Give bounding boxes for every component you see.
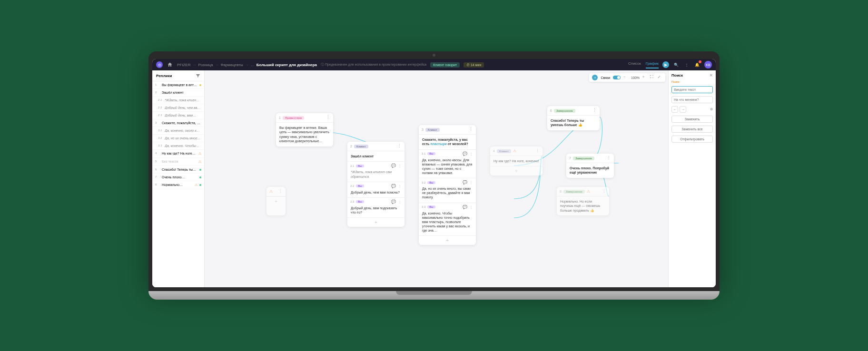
sidebar-item[interactable]: 2.3Добрый день, вам… — [152, 112, 204, 119]
node-8[interactable]: 8 Завершение ⚠ ⋮ Нормально. Но если поуч… — [557, 187, 609, 215]
prev-icon[interactable]: ← — [671, 106, 678, 113]
node-menu-icon[interactable]: ⋮ — [602, 189, 606, 194]
node-6[interactable]: 6 Завершение ⋮ Спасибо! Теперь ты умеешь… — [547, 106, 600, 130]
comment-icon[interactable]: 💬 — [391, 164, 396, 168]
app-logo[interactable]: ◎ — [156, 61, 163, 68]
comment-icon[interactable]: 💬 — [391, 200, 396, 204]
play-icon[interactable]: ▶ — [662, 61, 669, 68]
sidebar-item[interactable]: 1Вы фармацевт в аптеке… — [152, 81, 204, 89]
reply-number: 3.3 — [422, 205, 425, 208]
reply-menu-icon[interactable]: ⋮ — [398, 164, 402, 168]
search-label: Поиск — [671, 80, 713, 83]
filter-icon[interactable] — [196, 73, 200, 78]
add-reply-icon[interactable]: + — [266, 196, 286, 206]
sidebar-item[interactable]: 2Зашёл клиент — [152, 89, 204, 97]
node-ghost[interactable]: ⚠⋮ + — [266, 187, 286, 215]
crumb[interactable]: … — [251, 63, 255, 67]
node-4[interactable]: 4 Клиент ⚠ ⋮ Ну как где? На ноге, конечн… — [490, 146, 542, 176]
reply-menu-icon[interactable]: ⋮ — [398, 184, 402, 188]
fullscreen-icon[interactable]: ⤢ — [658, 75, 662, 80]
reply[interactable]: 3.3Вы💬⋮Да, конечно. Чтобы максимально то… — [419, 203, 476, 235]
comment-icon[interactable]: 💬 — [463, 180, 467, 185]
node-menu-icon[interactable]: ⋮ — [535, 149, 540, 153]
replace-input[interactable] — [671, 96, 713, 103]
zoom-out-icon[interactable]: − — [623, 75, 628, 80]
reply[interactable]: 2.3Вы💬⋮Добрый день, вам подсказать что-т… — [347, 197, 404, 217]
more-icon[interactable]: ⋮ — [683, 61, 690, 68]
panel-title: Поиск — [671, 73, 683, 78]
node-number: 7 — [569, 156, 571, 160]
sidebar-item[interactable]: 6Спасибо! Теперь ты… — [152, 166, 204, 174]
view-tabs: Список График — [628, 61, 659, 68]
add-reply-icon[interactable]: + — [347, 217, 404, 227]
replace-button[interactable]: Заменить — [671, 116, 713, 123]
bell-icon[interactable]: 🔔 — [694, 61, 700, 68]
sidebar-item[interactable]: 3.2Да, но их очень много, в… — [152, 135, 204, 142]
comment-icon[interactable]: 💬 — [391, 184, 396, 188]
node-menu-icon[interactable]: ⋮ — [326, 116, 330, 120]
sidebar-item[interactable]: 2.2Добрый день, чем вам… — [152, 104, 204, 112]
sidebar-item[interactable]: 3Скажите, пожалуйста, у вас… — [152, 119, 204, 127]
sidebar-item[interactable]: 2.1*Ждать, пока клиент сам… — [152, 97, 204, 104]
close-icon[interactable]: ✕ — [710, 73, 713, 78]
add-reply-icon[interactable]: + — [490, 166, 542, 176]
sidebar-item[interactable]: 3.1Да, конечно, около касс… — [152, 127, 204, 135]
reply-text: Добрый день, чем вам помочь? — [347, 190, 404, 197]
crumb[interactable]: Розница — [198, 63, 213, 67]
item-text: Добрый день, чем вам… — [165, 106, 201, 109]
sidebar-item[interactable]: 8Нормально…⚠ — [152, 181, 204, 189]
node-tag: Завершение — [563, 190, 585, 194]
tab-graph[interactable]: График — [646, 61, 659, 68]
home-icon[interactable] — [167, 61, 173, 68]
avatar[interactable]: KB — [704, 61, 712, 68]
item-number: 8 — [155, 183, 160, 186]
replace-all-button[interactable]: Заменить все — [671, 126, 713, 133]
node-menu-icon[interactable]: ⋮ — [607, 156, 611, 160]
reply[interactable]: 3.1Вы💬⋮Да, конечно, около кассы. Для вла… — [419, 149, 476, 178]
search-input[interactable] — [671, 86, 713, 93]
gear-icon[interactable]: ⚙ — [710, 107, 713, 111]
reply-number: 2.2 — [350, 185, 354, 187]
filter-button[interactable]: Отфильтровать — [671, 136, 713, 143]
sidebar-item[interactable]: 3.3Да, конечно. Чтобы… — [152, 142, 204, 150]
crumb[interactable]: PFIZER — [177, 63, 190, 67]
reply-badge: Вы — [356, 185, 364, 187]
node-7[interactable]: 7 Завершение ⋮ Очень плохо. Попробуй ещё… — [566, 154, 614, 178]
comment-icon[interactable]: 💬 — [463, 152, 467, 156]
reply-menu-icon[interactable]: ⋮ — [398, 200, 402, 204]
sidebar-item[interactable]: 7Очень плохо… — [152, 174, 204, 181]
reply-menu-icon[interactable]: ⋮ — [469, 180, 473, 185]
item-text: *Ждать, пока клиент сам… — [165, 98, 201, 102]
node-menu-icon[interactable]: ⋮ — [397, 144, 402, 148]
node-2[interactable]: 2 Клиент ⋮ Зашёл клиент 2.1Вы💬⋮*Ждать, п… — [347, 142, 404, 227]
tab-list[interactable]: Список — [628, 61, 641, 68]
zoom-in-icon[interactable]: + — [642, 75, 647, 80]
reply[interactable]: 3.2Вы💬⋮Да, но их очень много, вы сами не… — [419, 178, 476, 202]
reply-menu-icon[interactable]: ⋮ — [469, 205, 473, 209]
client-speaks-pill[interactable]: Клиент говорит — [430, 62, 460, 68]
links-toggle[interactable] — [613, 76, 621, 79]
fit-icon[interactable]: ⛶ — [650, 75, 655, 80]
add-reply-icon[interactable]: + — [419, 235, 476, 245]
reply-menu-icon[interactable]: ⋮ — [469, 152, 473, 156]
next-icon[interactable]: → — [680, 106, 686, 113]
sidebar-item[interactable]: 5Без текста⚠ — [152, 158, 204, 166]
node-menu-icon[interactable]: ⋮ — [592, 108, 597, 113]
node-tag: Клиент — [497, 149, 511, 153]
add-node-icon[interactable]: + — [592, 75, 598, 80]
reply[interactable]: 2.1Вы💬⋮*Ждать, пока клиент сам обратится… — [347, 161, 404, 181]
comment-icon[interactable]: 💬 — [463, 205, 467, 209]
node-menu-icon[interactable]: ⋮ — [278, 189, 283, 194]
sidebar-item[interactable]: 4Ну как где? На ноге…⚠ — [152, 150, 204, 158]
page-description: ⓘ Предназначен для использования в проек… — [321, 62, 426, 67]
search-icon[interactable]: 🔍 — [673, 61, 680, 68]
node-1[interactable]: 1 Приветствие ⋮ Вы фармацевт в аптеке. В… — [276, 113, 333, 146]
node-menu-icon[interactable]: ⋮ — [469, 127, 473, 132]
node-tag: Завершение — [554, 109, 575, 113]
crumb[interactable]: Фармацевты — [220, 63, 243, 67]
canvas[interactable]: + Связи − 100% + ⛶ ⤢ — [205, 70, 668, 287]
item-text: Без текста — [162, 160, 197, 163]
node-body: Спасибо! Теперь ты умеешь больше 👍 — [547, 116, 600, 130]
node-3[interactable]: 3 Клиент ⋮ Скажите, пожалуйста, у вас ес… — [419, 125, 476, 245]
reply[interactable]: 2.2Вы💬⋮Добрый день, чем вам помочь? — [347, 182, 404, 197]
